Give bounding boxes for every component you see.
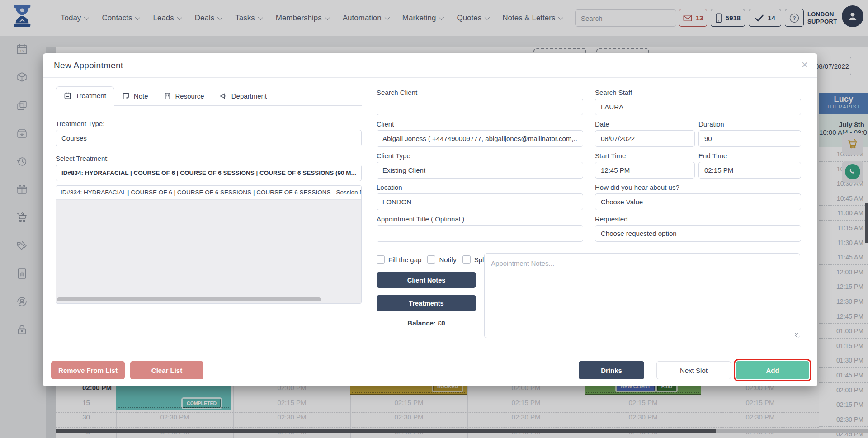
- location-label: Location: [377, 184, 402, 191]
- client-type-label: Client Type: [377, 152, 410, 160]
- duration-input[interactable]: [698, 130, 801, 147]
- select-treatment-label: Select Treatment:: [56, 155, 109, 162]
- date-input[interactable]: [595, 130, 695, 147]
- add-button[interactable]: Add: [736, 361, 809, 379]
- balance-text: Balance: £0: [377, 319, 476, 327]
- treatments-button[interactable]: Treatments: [377, 295, 476, 311]
- date-label: Date: [595, 120, 609, 128]
- client-notes-button[interactable]: Client Notes: [377, 272, 476, 288]
- appointment-title-input[interactable]: [377, 225, 583, 242]
- search-staff-label: Search Staff: [595, 89, 632, 96]
- appointment-notes-textarea[interactable]: [484, 253, 800, 338]
- location-select[interactable]: [377, 193, 583, 210]
- client-input[interactable]: [377, 130, 583, 147]
- building-icon: [164, 92, 171, 100]
- requested-select[interactable]: [595, 225, 801, 242]
- treatment-list-item[interactable]: ID#834: HYDRAFACIAL | COURSE OF 6 | COUR…: [56, 186, 361, 200]
- search-client-label: Search Client: [377, 89, 417, 96]
- drinks-button[interactable]: Drinks: [579, 361, 644, 379]
- hear-about-select[interactable]: [595, 193, 801, 210]
- hear-about-label: How did you hear about us?: [595, 184, 679, 191]
- tab-resource[interactable]: Resource: [156, 92, 212, 105]
- requested-label: Requested: [595, 215, 628, 223]
- tab-label: Department: [231, 92, 267, 100]
- duration-label: Duration: [698, 120, 724, 128]
- notify-checkbox[interactable]: [427, 255, 435, 264]
- modal-tabs: Treatment Note Resource Department: [56, 87, 362, 106]
- treatment-type-label: Treatment Type:: [56, 120, 104, 127]
- tab-note[interactable]: Note: [114, 92, 156, 105]
- next-slot-button[interactable]: Next Slot: [656, 361, 731, 379]
- end-time-input[interactable]: [698, 162, 801, 179]
- appointment-title-label: Appointment Title ( Optional ): [377, 215, 464, 223]
- resize-handle[interactable]: [795, 333, 799, 337]
- megaphone-icon: [220, 92, 227, 100]
- tab-label: Resource: [175, 92, 204, 100]
- new-appointment-modal: New Appointment ✕ Treatment Note Resourc…: [43, 53, 817, 386]
- search-client-input[interactable]: [377, 99, 583, 115]
- client-label: Client: [377, 120, 394, 128]
- tab-label: Note: [134, 92, 148, 100]
- clipboard-icon: [64, 92, 71, 99]
- modal-title: New Appointment: [54, 61, 123, 71]
- search-staff-input[interactable]: [595, 99, 801, 115]
- fill-the-gap-checkbox[interactable]: [377, 255, 385, 264]
- tab-department[interactable]: Department: [212, 92, 274, 105]
- tab-label: Treatment: [75, 92, 106, 99]
- tab-treatment[interactable]: Treatment: [56, 86, 114, 106]
- options-row: Fill the gap Notify Split: [377, 255, 487, 264]
- select-treatment-input[interactable]: [56, 165, 362, 181]
- note-icon: [122, 92, 130, 100]
- list-scrollbar-thumb[interactable]: [57, 297, 321, 301]
- end-time-label: End Time: [698, 152, 727, 160]
- close-icon[interactable]: ✕: [801, 60, 808, 70]
- checkbox-label: Notify: [439, 256, 456, 264]
- start-time-label: Start Time: [595, 152, 626, 160]
- modal-footer: Remove From List Clear List Drinks Next …: [43, 353, 817, 386]
- split-checkbox[interactable]: [462, 255, 471, 264]
- checkbox-label: Fill the gap: [388, 256, 421, 264]
- treatment-list: ID#834: HYDRAFACIAL | COURSE OF 6 | COUR…: [56, 185, 362, 304]
- app-root: TodayContactsLeadsDealsTasksMembershipsA…: [0, 0, 868, 438]
- treatment-type-select[interactable]: [56, 130, 362, 146]
- modal-header: New Appointment ✕: [43, 53, 817, 78]
- client-type-select[interactable]: [377, 162, 583, 179]
- remove-from-list-button[interactable]: Remove From List: [51, 361, 125, 379]
- clear-list-button[interactable]: Clear List: [130, 361, 203, 379]
- start-time-input[interactable]: [595, 162, 695, 179]
